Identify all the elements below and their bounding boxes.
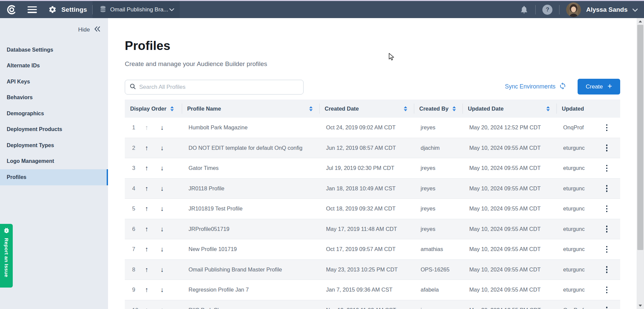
move-down-arrow-icon[interactable]: ↓	[154, 245, 170, 253]
settings-gear-icon[interactable]	[48, 5, 57, 14]
display-order-value: 10	[132, 307, 139, 309]
sort-icon[interactable]	[404, 106, 407, 111]
sidebar-item-deployment-types[interactable]: Deployment Types	[0, 137, 108, 153]
database-icon	[99, 5, 107, 14]
row-actions-kebab-icon[interactable]	[603, 305, 611, 309]
row-actions-kebab-icon[interactable]	[603, 264, 611, 275]
scrollbar-up-arrow[interactable]	[637, 19, 644, 24]
display-order-value: 6	[132, 226, 139, 232]
move-down-arrow-icon[interactable]: ↓	[154, 286, 170, 294]
move-up-arrow-icon[interactable]: ↑	[139, 225, 154, 233]
column-header-profile-name[interactable]: Profile Name	[182, 100, 319, 118]
sidebar-item-logo-management[interactable]: Logo Management	[0, 153, 108, 170]
table-row[interactable]: 4 ↑ ↓ JR0118 Profile Jan 18, 2018 10:49 …	[125, 179, 620, 199]
create-button-label: Create	[586, 83, 603, 90]
move-down-arrow-icon[interactable]: ↓	[154, 185, 170, 192]
display-order-value: 3	[132, 165, 139, 171]
sidebar-item-alternate-ids[interactable]: Alternate IDs	[0, 58, 108, 74]
updated-by-cell: eturgunc	[556, 145, 593, 151]
move-down-arrow-icon[interactable]: ↓	[154, 266, 170, 273]
brand-selector-dropdown[interactable]: Omail Publishing Bra...	[93, 1, 180, 18]
updated-by-cell: eturgunc	[556, 185, 593, 192]
updated-by-cell: eturgunc	[556, 165, 593, 171]
table-row[interactable]: 7 ↑ ↓ New Profile 101719 Oct 17, 2019 09…	[125, 239, 620, 260]
move-down-arrow-icon[interactable]: ↓	[154, 164, 170, 172]
move-down-arrow-icon[interactable]: ↓	[154, 225, 170, 233]
updated-date-cell: May 10, 2024 09:55 AM CDT	[463, 205, 556, 212]
sort-icon[interactable]	[309, 106, 313, 111]
row-actions-kebab-icon[interactable]	[603, 224, 611, 235]
created-by-cell: afabela	[414, 287, 463, 293]
row-actions-kebab-icon[interactable]	[603, 163, 611, 174]
column-header-actions	[593, 100, 620, 118]
search-input[interactable]	[139, 84, 299, 90]
profile-name-cell: RIIS Park Show	[182, 307, 319, 309]
sidebar-item-demographics[interactable]: Demographics	[0, 106, 108, 122]
move-up-arrow-icon[interactable]: ↑	[139, 266, 154, 273]
scrollbar-thumb[interactable]	[637, 25, 643, 250]
updated-date-cell: May 10, 2024 09:55 AM CDT	[463, 185, 556, 192]
create-button[interactable]: Create +	[578, 79, 620, 95]
sort-icon[interactable]	[452, 106, 456, 111]
brand-selector-value: Omail Publishing Bra...	[110, 6, 169, 13]
move-down-arrow-icon[interactable]: ↓	[154, 306, 170, 309]
table-row[interactable]: 10 ↑ ↓ RIIS Park Show Nov 19, 2019 11:03…	[125, 300, 620, 309]
user-avatar[interactable]	[566, 2, 581, 17]
column-header-created-date[interactable]: Created Date	[319, 100, 414, 118]
move-up-arrow-icon[interactable]: ↑	[139, 185, 154, 192]
move-up-arrow-icon[interactable]: ↑	[139, 144, 154, 152]
table-row[interactable]: 5 ↑ ↓ JR101819 Test Profile Oct 18, 2019…	[125, 199, 620, 219]
move-down-arrow-icon[interactable]: ↓	[154, 124, 170, 131]
move-up-arrow-icon[interactable]: ↑	[139, 164, 154, 172]
row-actions-kebab-icon[interactable]	[603, 203, 611, 214]
sort-icon[interactable]	[546, 106, 550, 111]
omeda-logo-icon[interactable]	[6, 4, 17, 15]
row-actions-kebab-icon[interactable]	[603, 122, 611, 133]
table-row[interactable]: 6 ↑ ↓ JRProfile051719 May 17, 2019 11:48…	[125, 219, 620, 240]
move-up-arrow-icon[interactable]: ↑	[139, 306, 154, 309]
row-actions-kebab-icon[interactable]	[603, 142, 611, 153]
hamburger-menu-icon[interactable]	[28, 6, 37, 13]
created-by-cell: jreyes	[414, 205, 463, 212]
display-order-value: 1	[132, 124, 139, 131]
column-header-updated-date[interactable]: Updated Date	[463, 100, 556, 118]
table-row[interactable]: 8 ↑ ↓ Omail Publishing Brand Master Prof…	[125, 260, 620, 280]
move-up-arrow-icon[interactable]: ↑	[139, 205, 154, 212]
sync-environments-link[interactable]: Sync Environments	[505, 82, 567, 91]
scrollbar-down-arrow[interactable]	[637, 303, 644, 308]
move-down-arrow-icon[interactable]: ↓	[154, 144, 170, 152]
row-actions-kebab-icon[interactable]	[603, 183, 611, 194]
help-icon[interactable]: ?	[542, 5, 552, 15]
row-actions-kebab-icon[interactable]	[603, 285, 611, 296]
sidebar-item-deployment-products[interactable]: Deployment Products	[0, 122, 108, 138]
move-up-arrow-icon[interactable]: ↑	[139, 245, 154, 253]
sidebar-hide-button[interactable]: Hide	[0, 26, 108, 33]
move-down-arrow-icon[interactable]: ↓	[154, 205, 170, 212]
sidebar-item-database-settings[interactable]: Database Settings	[0, 42, 108, 58]
report-an-issue-tab[interactable]: Report an Issue	[0, 224, 13, 288]
table-row[interactable]: 9 ↑ ↓ Regression Profile Jan 7 Jan 7, 20…	[125, 280, 620, 300]
move-up-arrow-icon[interactable]: ↑	[139, 124, 154, 131]
sort-icon[interactable]	[170, 106, 174, 111]
chevron-down-icon	[169, 7, 174, 13]
sidebar-item-profiles[interactable]: Profiles	[0, 169, 108, 185]
created-date-cell: Oct 18, 2019 09:32 AM CDT	[319, 205, 414, 212]
column-header-updated-by[interactable]: Updated	[556, 100, 593, 118]
row-actions-kebab-icon[interactable]	[603, 244, 611, 255]
sidebar-item-api-keys[interactable]: API Keys	[0, 74, 108, 90]
table-row[interactable]: 2 ↑ ↓ DO NOT EDIT template for default O…	[125, 138, 620, 159]
user-menu-chevron-icon[interactable]	[632, 7, 638, 13]
table-row[interactable]: 1 ↑ ↓ Humbolt Park Magazine Oct 24, 2019…	[125, 118, 620, 138]
created-by-cell: amathias	[414, 246, 463, 252]
notifications-bell-icon[interactable]	[520, 5, 529, 14]
updated-date-cell: May 10, 2024 09:55 AM CDT	[463, 165, 556, 171]
table-row[interactable]: 3 ↑ ↓ Gator Times Jul 19, 2019 02:30 PM …	[125, 158, 620, 179]
column-header-created-by[interactable]: Created By	[414, 100, 463, 118]
updated-by-cell: eturgunc	[556, 246, 593, 252]
page-subtitle: Create and manage your Audience Builder …	[125, 60, 267, 68]
sidebar-item-behaviors[interactable]: Behaviors	[0, 90, 108, 106]
created-by-cell: jreyes	[414, 124, 463, 131]
move-up-arrow-icon[interactable]: ↑	[139, 286, 154, 294]
column-header-display-order[interactable]: Display Order	[125, 100, 182, 118]
sync-link-label: Sync Environments	[505, 83, 555, 90]
